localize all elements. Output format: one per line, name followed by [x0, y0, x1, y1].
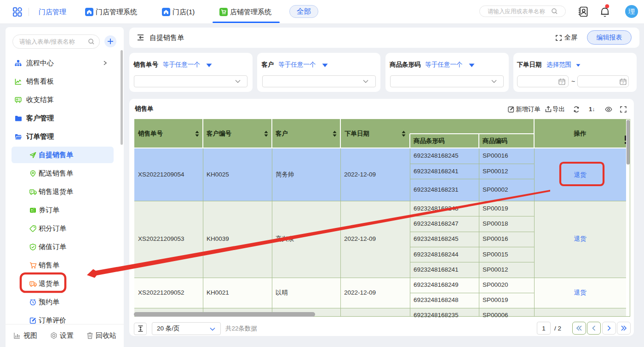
- svg-text:7: 7: [622, 81, 624, 84]
- svg-text:7: 7: [561, 81, 563, 84]
